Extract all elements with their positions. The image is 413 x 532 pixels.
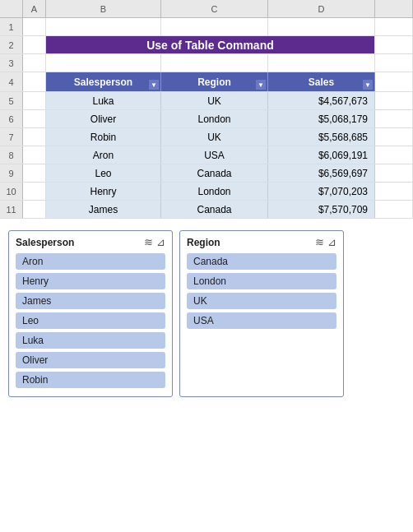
header-region[interactable]: Region ▼ xyxy=(161,72,268,91)
salesperson-panel-header: Salesperson ≋ ⊿ xyxy=(16,236,165,248)
cell-a10 xyxy=(23,183,46,200)
row-11: 11 James Canada $7,570,709 xyxy=(0,201,413,219)
cell-salesperson-11: James xyxy=(46,201,161,218)
salesperson-dropdown[interactable]: ▼ xyxy=(149,80,159,90)
cell-a9 xyxy=(23,164,46,182)
salesperson-filter-item[interactable]: Luka xyxy=(16,332,165,349)
region-filter-item[interactable]: USA xyxy=(187,312,336,329)
region-filter-item[interactable]: London xyxy=(187,273,336,289)
salesperson-items-list: AronHenryJamesLeoLukaOliverRobin xyxy=(16,253,165,388)
cell-sales-6: $5,068,179 xyxy=(268,110,375,127)
cell-a4 xyxy=(23,72,46,91)
cell-rest-5 xyxy=(375,92,413,109)
cell-rest-6 xyxy=(375,110,413,127)
cell-rest-4 xyxy=(375,72,413,91)
col-header-a: A xyxy=(23,0,46,17)
rownum-1: 1 xyxy=(0,18,23,35)
cell-region-9: Canada xyxy=(161,164,268,182)
row-2: 2 Use of Table Command xyxy=(0,36,413,54)
row-8: 8 Aron USA $6,069,191 xyxy=(0,146,413,164)
cell-region-8: USA xyxy=(161,146,268,164)
cell-sales-10: $7,070,203 xyxy=(268,183,375,200)
cell-rest-1 xyxy=(375,18,413,35)
rownum-9: 9 xyxy=(0,164,23,182)
cell-rest-11 xyxy=(375,201,413,218)
rownum-5: 5 xyxy=(0,92,23,109)
rownum-10: 10 xyxy=(0,183,23,200)
salesperson-filter-item[interactable]: James xyxy=(16,293,165,309)
salesperson-filter-item[interactable]: Robin xyxy=(16,372,165,388)
spreadsheet: A B C D 1 2 Use of Table Command 3 xyxy=(0,0,413,532)
salesperson-filter-item[interactable]: Aron xyxy=(16,253,165,270)
cell-salesperson-10: Henry xyxy=(46,183,161,200)
title-merged-cell: Use of Table Command xyxy=(46,36,375,53)
region-filter-icon[interactable]: ⊿ xyxy=(327,236,336,248)
rownum-11: 11 xyxy=(0,201,23,218)
cell-salesperson-6: Oliver xyxy=(46,110,161,127)
salesperson-filter-panel: Salesperson ≋ ⊿ AronHenryJamesLeoLukaOli… xyxy=(8,230,173,397)
region-filter-panel: Region ≋ ⊿ CanadaLondonUKUSA xyxy=(179,230,344,397)
cell-b1 xyxy=(46,18,161,35)
col-header-b: B xyxy=(46,0,161,17)
row-3: 3 xyxy=(0,54,413,72)
cell-d3 xyxy=(268,54,375,72)
col-header-c: C xyxy=(161,0,268,17)
rownum-7: 7 xyxy=(0,128,23,146)
region-filter-item[interactable]: UK xyxy=(187,293,336,309)
cell-sales-7: $5,568,685 xyxy=(268,128,375,146)
row-6: 6 Oliver London $5,068,179 xyxy=(0,110,413,128)
cell-sales-8: $6,069,191 xyxy=(268,146,375,164)
cell-rest-10 xyxy=(375,183,413,200)
cell-salesperson-7: Robin xyxy=(46,128,161,146)
salesperson-filter-item[interactable]: Leo xyxy=(16,312,165,329)
cell-region-5: UK xyxy=(161,92,268,109)
cell-region-10: London xyxy=(161,183,268,200)
cell-a3 xyxy=(23,54,46,72)
region-panel-title: Region xyxy=(187,237,220,248)
cell-d1 xyxy=(268,18,375,35)
header-sales[interactable]: Sales ▼ xyxy=(268,72,375,91)
cell-a11 xyxy=(23,201,46,218)
col-header-d: D xyxy=(268,0,375,17)
cell-sales-9: $6,569,697 xyxy=(268,164,375,182)
region-panel-icons: ≋ ⊿ xyxy=(315,236,336,248)
cell-region-6: London xyxy=(161,110,268,127)
col-header-rest xyxy=(375,0,413,17)
salesperson-filter-item[interactable]: Henry xyxy=(16,273,165,289)
region-filter-item[interactable]: Canada xyxy=(187,253,336,270)
salesperson-sort-icon[interactable]: ≋ xyxy=(144,236,153,248)
table-data: 5 Luka UK $4,567,673 6 Oliver London $5,… xyxy=(0,92,413,219)
region-sort-icon[interactable]: ≋ xyxy=(315,236,324,248)
spreadsheet-title: Use of Table Command xyxy=(146,39,274,52)
salesperson-panel-title: Salesperson xyxy=(16,237,74,248)
cell-a2 xyxy=(23,36,46,53)
cell-salesperson-5: Luka xyxy=(46,92,161,109)
region-panel-header: Region ≋ ⊿ xyxy=(187,236,336,248)
corner-cell xyxy=(0,0,23,17)
cell-sales-11: $7,570,709 xyxy=(268,201,375,218)
sales-dropdown[interactable]: ▼ xyxy=(363,80,373,90)
row-4: 4 Salesperson ▼ Region ▼ Sales ▼ xyxy=(0,72,413,92)
row-5: 5 Luka UK $4,567,673 xyxy=(0,92,413,110)
cell-c1 xyxy=(161,18,268,35)
column-headers-row: A B C D xyxy=(0,0,413,18)
cell-a5 xyxy=(23,92,46,109)
salesperson-panel-icons: ≋ ⊿ xyxy=(144,236,165,248)
cell-c3 xyxy=(161,54,268,72)
region-items-list: CanadaLondonUKUSA xyxy=(187,253,336,329)
cell-a7 xyxy=(23,128,46,146)
rownum-8: 8 xyxy=(0,146,23,164)
cell-rest-7 xyxy=(375,128,413,146)
header-salesperson[interactable]: Salesperson ▼ xyxy=(46,72,161,91)
row-1: 1 xyxy=(0,18,413,36)
cell-rest-3 xyxy=(375,54,413,72)
salesperson-filter-icon[interactable]: ⊿ xyxy=(156,236,165,248)
row-7: 7 Robin UK $5,568,685 xyxy=(0,128,413,146)
rownum-2: 2 xyxy=(0,36,23,53)
cell-salesperson-9: Leo xyxy=(46,164,161,182)
region-dropdown[interactable]: ▼ xyxy=(256,80,266,90)
cell-rest-9 xyxy=(375,164,413,182)
cell-salesperson-8: Aron xyxy=(46,146,161,164)
cell-rest-8 xyxy=(375,146,413,164)
salesperson-filter-item[interactable]: Oliver xyxy=(16,352,165,368)
